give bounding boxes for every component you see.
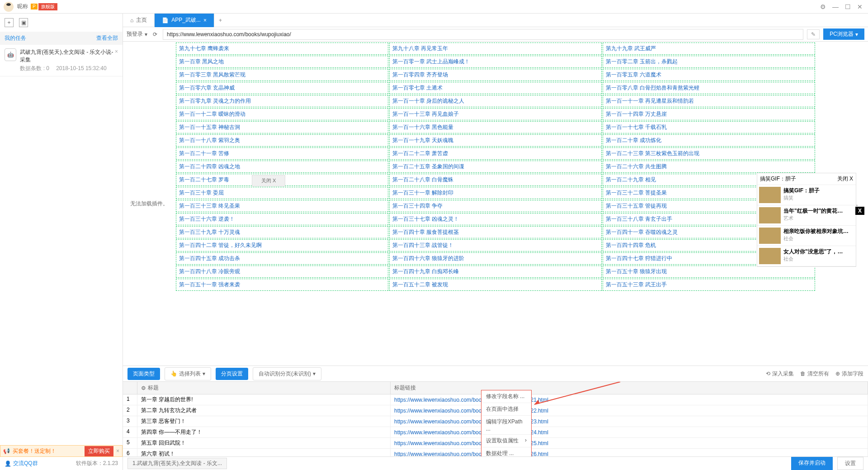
chapter-link[interactable]: 第一百三十九章 十万灵魂: [176, 226, 388, 238]
close-panel-button[interactable]: 关闭 X: [252, 175, 285, 186]
chapter-link[interactable]: 第一百零一章 武士上品巅峰成！: [389, 56, 602, 68]
url-input[interactable]: [163, 29, 803, 40]
chapter-link[interactable]: 第一百五十三章 武王出手: [603, 279, 815, 291]
chapter-link[interactable]: 第一百二十五章 圣象国的间谍: [389, 161, 602, 173]
reload-icon[interactable]: ⟳: [151, 31, 159, 38]
page-setting-button[interactable]: 分页设置: [216, 368, 248, 380]
chapter-link[interactable]: 第一百三十六章 逆袭！: [176, 213, 388, 225]
select-list-button[interactable]: 👆 选择列表 ▾: [165, 367, 211, 380]
clear-all-link[interactable]: 🗑 清空所有: [800, 370, 829, 378]
tab-home[interactable]: ⌂ 主页: [123, 14, 155, 27]
minimize-button[interactable]: —: [830, 2, 840, 11]
tab-add-button[interactable]: +: [214, 17, 226, 24]
deep-collect-link[interactable]: ⟲ 深入采集: [766, 370, 794, 378]
chapter-link[interactable]: 第九十九章 武王威严: [603, 43, 815, 55]
chapter-link[interactable]: 第一百二十一章 苦修: [176, 147, 388, 160]
ctx-proc[interactable]: 数据处理 ...: [481, 447, 531, 456]
edit-button[interactable]: ✎: [807, 29, 820, 39]
task-item[interactable]: 🤖 武破九霄(苍笑天),全文阅读 - 乐文小说-采集 数据条数 : 0 2018…: [0, 45, 123, 76]
chapter-link[interactable]: 第一百三十章 委屈: [176, 187, 388, 199]
chapter-link[interactable]: 第一百一十章 身后的诡秘之人: [389, 95, 602, 107]
tab-app[interactable]: 📄 APP_武破... ×: [155, 14, 214, 27]
chapter-link[interactable]: 第一百一十八章 紫羽之奥: [176, 134, 388, 147]
chapter-link[interactable]: 第九十七章 鹰蜂袭来: [176, 43, 388, 55]
chapter-link[interactable]: 第一百二十三章 第三枚紫色玉箭的出现: [603, 147, 815, 160]
save-run-button[interactable]: 保存并启动: [791, 457, 833, 470]
chapter-link[interactable]: 第一百一十三章 再见血娘子: [389, 108, 602, 120]
chapter-link[interactable]: 第一百五十二章 被发现: [389, 279, 602, 291]
chapter-link[interactable]: 第一百四十六章 狼猿牙的进阶: [389, 252, 602, 265]
chapter-link[interactable]: 第九十八章 再见常玉年: [389, 43, 602, 55]
ad-item[interactable]: 当年"红极一时"的黄花…艺术: [757, 205, 856, 226]
view-all-link[interactable]: 查看全部: [96, 34, 118, 42]
ad-item[interactable]: 搞笑GIF：胆子搞笑: [757, 185, 856, 205]
col-title[interactable]: ⚙ 标题: [137, 382, 391, 394]
ad-item[interactable]: 相亲吃饭你被相亲对象坑…社会: [757, 226, 856, 246]
chapter-link[interactable]: 第一百二十六章 共生图腾: [603, 161, 815, 173]
pc-browser-button[interactable]: PC浏览器 ▾: [823, 28, 864, 40]
tab-close-icon[interactable]: ×: [203, 17, 207, 24]
ctx-attr[interactable]: 设置取值属性›: [481, 435, 531, 447]
ad-close-button[interactable]: 关闭 X: [837, 175, 853, 183]
chapter-link[interactable]: 第一百零七章 土遁术: [389, 82, 602, 94]
chapter-link[interactable]: 第一百二十八章 白骨魔蛛: [389, 174, 602, 186]
settings-button[interactable]: 设置: [837, 457, 863, 470]
folder-icon[interactable]: ▣: [19, 18, 28, 27]
chapter-link[interactable]: 第一百四十五章 成功击杀: [176, 252, 388, 265]
chapter-link[interactable]: 第一百一十七章 千载石乳: [603, 121, 815, 133]
chapter-link[interactable]: 第一百三十一章 解除封印: [389, 187, 602, 199]
task-title: 武破九霄(苍笑天),全文阅读 - 乐文小说-采集: [20, 48, 118, 64]
col-url[interactable]: 标题链接: [391, 382, 868, 394]
chapter-link[interactable]: 第一百零八章 白骨烈焰兽和青熬紫光鲤: [603, 82, 815, 94]
task-close-icon[interactable]: ×: [115, 48, 118, 55]
chapter-link[interactable]: 第一百零六章 玄晶神威: [176, 82, 388, 94]
chapter-link[interactable]: 第一百二十二章 萧苦虚: [389, 147, 602, 160]
ctx-select[interactable]: 在页面中选择: [481, 403, 531, 416]
chapter-link[interactable]: 第一百章 黑风之地: [176, 56, 388, 68]
chapter-link[interactable]: 第一百四十八章 冷眼旁观: [176, 266, 388, 278]
add-field-link[interactable]: ⊕ 添加字段: [835, 370, 863, 378]
chapter-link[interactable]: 第一百一十二章 暧昧的滑动: [176, 108, 388, 120]
ad-category: 社会: [783, 235, 854, 242]
qq-group-link[interactable]: 👤 交流QQ群: [5, 460, 38, 467]
x-close-button[interactable]: X: [855, 207, 864, 215]
promo-close-icon[interactable]: ×: [113, 448, 122, 454]
avatar[interactable]: [4, 2, 14, 12]
chapter-link[interactable]: 第一百零三章 黑风散紫芒现: [176, 69, 388, 81]
ad-category: 艺术: [783, 215, 854, 222]
file-tab[interactable]: 1.武破九霄(苍笑天),全文阅读 - 乐文...: [127, 458, 227, 469]
page-type-button[interactable]: 页面类型: [127, 368, 160, 380]
chapter-link[interactable]: 第一百三十三章 终见圣果: [176, 200, 388, 212]
close-window-button[interactable]: ✕: [855, 2, 864, 11]
chapter-link[interactable]: 第一百一十四章 万丈悬崖: [603, 108, 815, 120]
maximize-button[interactable]: ☐: [843, 2, 853, 11]
chapter-link[interactable]: 第一百四十九章 白痴邓长峰: [389, 266, 602, 278]
chapter-link[interactable]: 第一百五十一章 强者来袭: [176, 279, 388, 291]
auto-page-dropdown[interactable]: 自动识别分页(未识别) ▾: [253, 367, 321, 380]
chapter-link[interactable]: 第一百三十七章 凶魂之灵！: [389, 213, 602, 225]
ad-title: 当年"红极一时"的黄花…: [783, 207, 854, 215]
chapter-link[interactable]: 第一百四十三章 战管徒！: [389, 239, 602, 252]
chapter-link[interactable]: 第一百一十九章 天妖魂魄: [389, 134, 602, 147]
chapter-link[interactable]: 第一百零二章 玉箭出，杀戮起: [603, 56, 815, 68]
chapter-link[interactable]: 第一百一十一章 再见遭星辰和情韵若: [603, 95, 815, 107]
ctx-xpath[interactable]: 编辑字段XPath ...: [481, 416, 531, 435]
prelogin-dropdown[interactable]: 预登录 ▾: [127, 30, 147, 38]
chapter-link[interactable]: 第一百零四章 齐齐登场: [389, 69, 602, 81]
chapter-link[interactable]: 第一百二十章 成功炼化: [603, 134, 815, 147]
chapter-link[interactable]: 第一百二十四章 凶魂之地: [176, 161, 388, 173]
ctx-rename[interactable]: 修改字段名称 ...: [481, 390, 531, 403]
new-task-icon[interactable]: +: [5, 18, 14, 27]
ad-item[interactable]: 女人对你"没意思"了，…社会: [757, 246, 856, 266]
chapter-link[interactable]: 第一百零五章 六道魔术: [603, 69, 815, 81]
my-tasks-label[interactable]: 我的任务: [5, 34, 26, 42]
chapter-link[interactable]: 第一百四十章 服食菩提根茎: [389, 226, 602, 238]
chapter-link[interactable]: 第一百一十五章 神秘古洞: [176, 121, 388, 133]
chapter-link[interactable]: 第一百五十章 狼猿牙出现: [603, 266, 815, 278]
chapter-link[interactable]: 第一百四十二章 管徒，好久未见啊: [176, 239, 388, 252]
settings-icon[interactable]: ⚙: [818, 2, 828, 11]
buy-now-button[interactable]: 立即购买: [85, 446, 113, 456]
chapter-link[interactable]: 第一百三十四章 争夺: [389, 200, 602, 212]
chapter-link[interactable]: 第一百一十六章 黑色能量: [389, 121, 602, 133]
chapter-link[interactable]: 第一百零九章 灵魂之力的作用: [176, 95, 388, 107]
